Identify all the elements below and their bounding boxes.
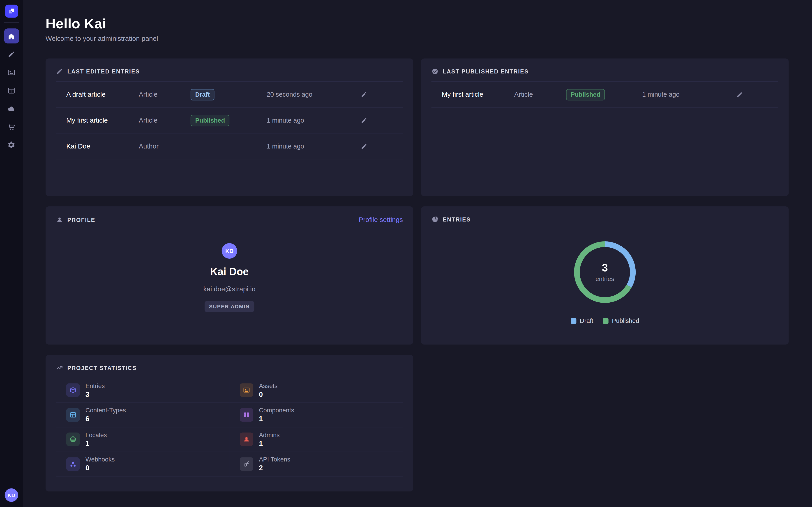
sidebar: KD — [0, 0, 23, 507]
panel-title: PROJECT STATISTICS — [67, 365, 137, 371]
entries-donut-chart: 3 entries — [572, 239, 638, 305]
entries-count: 3 — [602, 262, 608, 274]
user-icon — [56, 216, 63, 223]
panel-project-statistics: PROJECT STATISTICS Entries 3 Assets — [46, 355, 413, 492]
app-root: KD Hello Kai Welcome to your administrat… — [0, 0, 812, 507]
strapi-logo[interactable] — [5, 5, 18, 17]
stat-entries: Entries 3 — [56, 378, 230, 403]
stat-value: 6 — [86, 415, 126, 423]
entry-name: My first article — [66, 116, 139, 124]
stat-value: 1 — [259, 440, 280, 447]
content-types-icon — [66, 408, 80, 421]
panel-entries: ENTRIES 3 entries Draft — [421, 207, 789, 344]
entry-name: My first article — [442, 91, 514, 98]
edit-entry-button[interactable] — [356, 112, 372, 128]
stat-components: Components 1 — [230, 403, 403, 427]
donut-center: 3 entries — [572, 239, 638, 305]
profile-settings-link[interactable]: Profile settings — [359, 216, 403, 223]
stat-content-types: Content-Types 6 — [56, 403, 230, 427]
cart-icon — [7, 122, 15, 131]
panel-title: LAST PUBLISHED ENTRIES — [443, 68, 529, 74]
stat-label: Assets — [259, 382, 278, 389]
sidebar-user-avatar[interactable]: KD — [5, 488, 18, 502]
entry-type: Article — [139, 91, 191, 98]
entry-time: 20 seconds ago — [267, 91, 356, 98]
layout-icon — [7, 86, 15, 95]
pencil-icon — [360, 117, 368, 124]
stat-value: 1 — [259, 415, 294, 423]
table-row: My first article Article Published 1 min… — [56, 108, 403, 133]
sidebar-item-home[interactable] — [4, 29, 19, 44]
stat-api-tokens: API Tokens 2 — [230, 452, 403, 476]
page-subtitle: Welcome to your administration panel — [46, 35, 789, 42]
main-content: Hello Kai Welcome to your administration… — [23, 0, 812, 507]
assets-icon — [240, 384, 253, 397]
stat-label: Webhooks — [86, 456, 115, 463]
entry-type: Article — [139, 116, 191, 124]
stat-label: Entries — [86, 382, 105, 389]
legend-item-draft: Draft — [570, 317, 593, 324]
sidebar-item-media-library[interactable] — [4, 65, 19, 80]
entry-name: A draft article — [66, 91, 139, 98]
entry-time: 1 minute ago — [267, 117, 356, 124]
sidebar-item-content-manager[interactable] — [4, 47, 19, 62]
components-icon — [240, 408, 253, 421]
entry-time: 1 minute ago — [642, 91, 732, 98]
status-none: - — [191, 143, 193, 150]
panel-title: LAST EDITED ENTRIES — [67, 68, 140, 74]
stat-value: 2 — [259, 464, 290, 472]
panel-header: PROFILE Profile settings — [46, 207, 413, 230]
pencil-icon — [360, 143, 368, 150]
home-icon — [7, 32, 15, 40]
legend-label: Published — [612, 317, 639, 324]
stat-webhooks: Webhooks 0 — [56, 452, 230, 476]
table-row: My first article Article Published 1 min… — [432, 82, 778, 108]
trending-up-icon — [56, 364, 63, 371]
sidebar-item-cloud[interactable] — [4, 101, 19, 116]
stat-label: Components — [259, 407, 294, 414]
stat-value: 0 — [86, 464, 115, 472]
edit-entry-button[interactable] — [732, 87, 747, 102]
entries-table: My first article Article Published 1 min… — [432, 81, 778, 108]
pencil-icon — [736, 91, 743, 98]
sidebar-item-content-type-builder[interactable] — [4, 83, 19, 98]
webhooks-icon — [66, 457, 80, 471]
stat-value: 0 — [259, 391, 278, 398]
pie-chart-icon — [432, 216, 439, 223]
sidebar-item-settings[interactable] — [4, 137, 19, 152]
entries-icon — [66, 384, 80, 397]
stat-value: 3 — [86, 391, 105, 398]
api-tokens-icon — [240, 457, 253, 471]
legend-swatch-draft — [570, 318, 576, 324]
panel-title: ENTRIES — [443, 216, 471, 223]
sidebar-item-marketplace[interactable] — [4, 119, 19, 134]
stat-locales: Locales 1 — [56, 427, 230, 452]
entry-time: 1 minute ago — [267, 143, 356, 150]
entry-name: Kai Doe — [66, 142, 139, 150]
entry-type: Article — [514, 91, 566, 98]
profile-avatar: KD — [222, 243, 237, 259]
panel-profile: PROFILE Profile settings KD Kai Doe kai.… — [46, 207, 413, 344]
check-circle-icon — [432, 68, 439, 75]
panel-header: ENTRIES — [421, 207, 789, 229]
profile-email: kai.doe@strapi.io — [203, 285, 256, 293]
stats-grid: Entries 3 Assets 0 Co — [56, 378, 403, 476]
edit-entry-button[interactable] — [356, 138, 372, 154]
entries-table: A draft article Article Draft 20 seconds… — [56, 81, 403, 159]
stat-assets: Assets 0 — [230, 378, 403, 403]
status-badge: Published — [191, 115, 230, 126]
pencil-icon — [7, 50, 15, 58]
strapi-logo-icon — [7, 7, 15, 15]
legend-item-published: Published — [603, 317, 639, 324]
pencil-icon — [360, 91, 368, 98]
stat-admins: Admins 1 — [230, 427, 403, 452]
table-row: Kai Doe Author - 1 minute ago — [56, 133, 403, 159]
edit-entry-button[interactable] — [356, 87, 372, 102]
stat-label: Locales — [86, 431, 107, 439]
status-badge: Draft — [191, 89, 214, 100]
legend-label: Draft — [580, 317, 594, 324]
stat-label: Admins — [259, 431, 280, 439]
entry-type: Author — [139, 142, 191, 150]
media-library-icon — [7, 68, 15, 76]
gear-icon — [7, 140, 15, 149]
